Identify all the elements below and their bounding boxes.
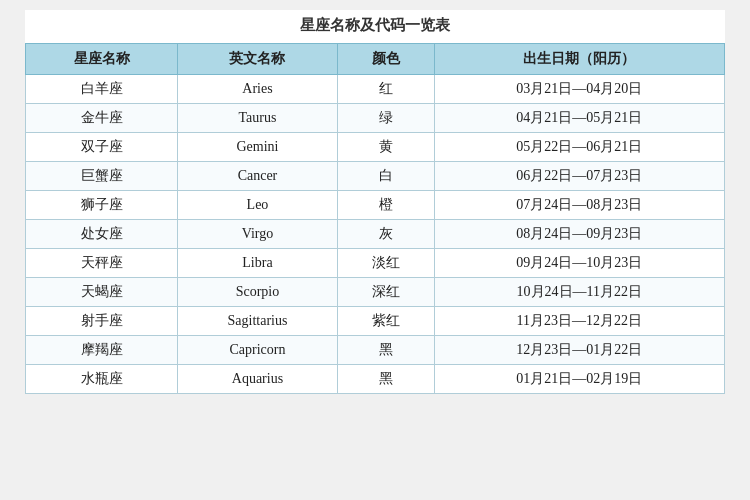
cell-english: Sagittarius: [178, 307, 338, 336]
table-row: 巨蟹座Cancer白06月22日—07月23日: [26, 162, 725, 191]
cell-english: Aries: [178, 75, 338, 104]
table-row: 天蝎座Scorpio深红10月24日—11月22日: [26, 278, 725, 307]
cell-chinese: 天蝎座: [26, 278, 178, 307]
table-row: 天秤座Libra淡红09月24日—10月23日: [26, 249, 725, 278]
cell-dates: 03月21日—04月20日: [434, 75, 724, 104]
cell-dates: 10月24日—11月22日: [434, 278, 724, 307]
header-english-name: 英文名称: [178, 44, 338, 75]
cell-chinese: 白羊座: [26, 75, 178, 104]
cell-color: 黄: [337, 133, 434, 162]
cell-english: Cancer: [178, 162, 338, 191]
cell-english: Gemini: [178, 133, 338, 162]
table-row: 狮子座Leo橙07月24日—08月23日: [26, 191, 725, 220]
main-container: 星座名称及代码一览表 星座名称 英文名称 颜色 出生日期（阳历） 白羊座Arie…: [25, 10, 725, 394]
cell-chinese: 狮子座: [26, 191, 178, 220]
cell-english: Leo: [178, 191, 338, 220]
cell-color: 红: [337, 75, 434, 104]
cell-english: Capricorn: [178, 336, 338, 365]
cell-chinese: 水瓶座: [26, 365, 178, 394]
cell-dates: 08月24日—09月23日: [434, 220, 724, 249]
zodiac-table: 星座名称 英文名称 颜色 出生日期（阳历） 白羊座Aries红03月21日—04…: [25, 43, 725, 394]
cell-dates: 06月22日—07月23日: [434, 162, 724, 191]
table-row: 射手座Sagittarius紫红11月23日—12月22日: [26, 307, 725, 336]
table-row: 处女座Virgo灰08月24日—09月23日: [26, 220, 725, 249]
cell-dates: 04月21日—05月21日: [434, 104, 724, 133]
cell-dates: 11月23日—12月22日: [434, 307, 724, 336]
table-row: 双子座Gemini黄05月22日—06月21日: [26, 133, 725, 162]
cell-color: 绿: [337, 104, 434, 133]
cell-english: Scorpio: [178, 278, 338, 307]
cell-color: 黑: [337, 365, 434, 394]
cell-color: 白: [337, 162, 434, 191]
cell-dates: 07月24日—08月23日: [434, 191, 724, 220]
cell-chinese: 双子座: [26, 133, 178, 162]
cell-color: 黑: [337, 336, 434, 365]
table-row: 水瓶座Aquarius黑01月21日—02月19日: [26, 365, 725, 394]
cell-dates: 01月21日—02月19日: [434, 365, 724, 394]
cell-color: 橙: [337, 191, 434, 220]
cell-chinese: 摩羯座: [26, 336, 178, 365]
cell-chinese: 处女座: [26, 220, 178, 249]
cell-dates: 12月23日—01月22日: [434, 336, 724, 365]
cell-chinese: 天秤座: [26, 249, 178, 278]
cell-english: Virgo: [178, 220, 338, 249]
cell-english: Taurus: [178, 104, 338, 133]
header-chinese-name: 星座名称: [26, 44, 178, 75]
cell-color: 深红: [337, 278, 434, 307]
cell-english: Aquarius: [178, 365, 338, 394]
cell-english: Libra: [178, 249, 338, 278]
page-title: 星座名称及代码一览表: [25, 10, 725, 43]
table-row: 摩羯座Capricorn黑12月23日—01月22日: [26, 336, 725, 365]
table-header-row: 星座名称 英文名称 颜色 出生日期（阳历）: [26, 44, 725, 75]
cell-dates: 09月24日—10月23日: [434, 249, 724, 278]
header-dates: 出生日期（阳历）: [434, 44, 724, 75]
header-color: 颜色: [337, 44, 434, 75]
cell-color: 灰: [337, 220, 434, 249]
cell-chinese: 金牛座: [26, 104, 178, 133]
cell-color: 淡红: [337, 249, 434, 278]
cell-color: 紫红: [337, 307, 434, 336]
table-row: 白羊座Aries红03月21日—04月20日: [26, 75, 725, 104]
cell-chinese: 射手座: [26, 307, 178, 336]
cell-chinese: 巨蟹座: [26, 162, 178, 191]
cell-dates: 05月22日—06月21日: [434, 133, 724, 162]
table-row: 金牛座Taurus绿04月21日—05月21日: [26, 104, 725, 133]
